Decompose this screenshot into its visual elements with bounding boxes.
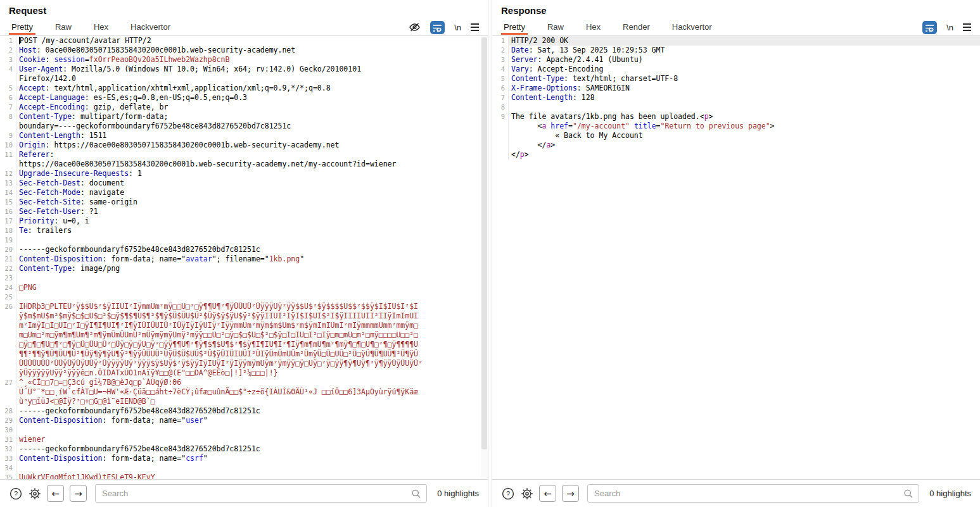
editor-line: 6Accept-Language: es-ES,es;q=0.8,en-US;q… (0, 93, 488, 103)
response-search-input[interactable] (594, 489, 903, 498)
line-content: Te: trailers (16, 226, 488, 235)
editor-line: 11Referer: (0, 150, 488, 160)
line-content (16, 235, 488, 245)
editor-line: 4User-Agent: Mozilla/5.0 (Windows NT 10.… (0, 65, 488, 74)
line-number (0, 122, 16, 131)
line-content: Accept-Encoding: gzip, deflate, br (16, 103, 488, 112)
request-search-input[interactable] (102, 489, 411, 498)
request-scrollbar-thumb[interactable] (481, 37, 487, 449)
tab-render[interactable]: Render (620, 20, 652, 35)
editor-line: 9The file avatars/1kb.png has been uploa… (492, 112, 980, 122)
line-number: 5 (492, 74, 509, 84)
editor-menu-icon[interactable] (963, 20, 971, 34)
line-number: 14 (0, 188, 16, 197)
line-content: X-Frame-Options: SAMEORIGIN (509, 84, 980, 93)
editor-line: 15Sec-Fetch-Site: same-origin (0, 197, 488, 207)
line-content: ÛÛÛÛUÛÛ²ÛÛÿÛÿÛÿUÛÿ²ÛÿÿÿÿUÿ²ÿÿÿ$ÿ$Uÿ$²ÿ$ÿ… (16, 359, 488, 368)
line-number: 8 (492, 103, 509, 112)
word-wrap-icon[interactable] (922, 21, 937, 34)
request-scrollbar[interactable] (481, 36, 488, 479)
editor-line: 9Content-Length: 1511 (0, 131, 488, 141)
line-content (16, 463, 488, 473)
editor-line: 12Upgrade-Insecure-Requests: 1 (0, 169, 488, 178)
search-previous-button[interactable]: ← (539, 485, 556, 502)
tab-raw[interactable]: Raw (545, 20, 566, 35)
word-wrap-icon[interactable] (430, 21, 445, 34)
search-magnifier-icon (411, 489, 421, 499)
editor-line: m²ImÿI□I□UI□²I□ÿI¶I¶UI¶²I¶ÿIÛIÛUIÛ²IÛÿIÿ… (0, 321, 488, 330)
editor-line: ÛÛÛÛUÛÛ²ÛÛÿÛÿÛÿUÛÿ²ÛÿÿÿÿUÿ²ÿÿÿ$ÿ$Uÿ$²ÿ$ÿ… (0, 359, 488, 368)
editor-line: « Back to My Account (492, 131, 980, 141)
show-newlines-icon[interactable]: \n (946, 20, 953, 34)
editor-line: Firefox/142.0 (0, 74, 488, 84)
line-number: 22 (0, 264, 16, 273)
line-content: Content-Type: image/png (16, 264, 488, 273)
line-content: Sec-Fetch-Dest: document (16, 178, 488, 188)
settings-gear-icon[interactable] (520, 487, 533, 500)
request-tabs: PrettyRawHexHackvertor (9, 20, 479, 35)
settings-gear-icon[interactable] (28, 487, 41, 500)
search-previous-button[interactable]: ← (47, 485, 64, 502)
line-content: wiener (16, 435, 488, 444)
tab-hackvertor[interactable]: Hackvertor (670, 20, 715, 35)
editor-line: 3Server: Apache/2.4.41 (Ubuntu) (492, 55, 980, 65)
editor-line: ù³y□ïüJ<□@Îÿ?³□+□G□@ì¨eIEND@B`□ (0, 397, 488, 406)
hide-nonprintable-eye-slash-icon[interactable] (409, 20, 421, 34)
show-newlines-icon[interactable]: \n (454, 20, 461, 34)
editor-line: ¶¶²¶¶ÿ¶Û¶ÛU¶Û²¶Ûÿ¶ÿ¶ÿU¶ÿ²¶ÿÿÛÛUÛ²ÛÿÛ$Û$U… (0, 349, 488, 359)
help-icon[interactable]: ? (501, 487, 514, 500)
line-content: User-Agent: Mozilla/5.0 (Windows NT 10.0… (16, 65, 488, 74)
line-number: 12 (0, 169, 16, 178)
search-next-button[interactable]: → (562, 485, 579, 502)
editor-line: 5Accept: text/html,application/xhtml+xml… (0, 84, 488, 93)
line-number: 19 (0, 235, 16, 245)
editor-line: 33Content-Disposition: form-data; name="… (0, 454, 488, 463)
line-number (0, 160, 16, 169)
request-editor[interactable]: 1POST /my-account/avatar HTTP/22Host: 0a… (0, 35, 488, 479)
tab-hackvertor[interactable]: Hackvertor (128, 20, 173, 35)
line-number: 4 (492, 65, 509, 74)
editor-menu-icon[interactable] (471, 20, 479, 34)
request-editor-rows: 1POST /my-account/avatar HTTP/22Host: 0a… (0, 36, 488, 479)
editor-line: 5Content-Type: text/html; charset=UTF-8 (492, 74, 980, 84)
line-content: Sec-Fetch-Mode: navigate (16, 188, 488, 197)
line-content: Content-Disposition: form-data; name="cs… (16, 454, 488, 463)
line-number: 8 (0, 112, 16, 122)
tab-hex[interactable]: Hex (583, 20, 603, 35)
line-content: Cookie: session=fxOrrPeaoBQv2Oa5ILhweb2W… (16, 55, 488, 65)
response-search-box (587, 484, 919, 503)
line-number: 30 (0, 425, 16, 435)
tab-pretty[interactable]: Pretty (9, 20, 35, 35)
line-content: « Back to My Account (509, 131, 980, 141)
search-next-button[interactable]: → (70, 485, 87, 502)
line-number (492, 141, 509, 150)
tab-raw[interactable]: Raw (53, 20, 74, 35)
line-content: IHDRþ3□PLTEU²ÿ$$U$²$ÿIIUI²IÿmmUm²mÿ□□U□²… (16, 302, 488, 311)
line-number: 1 (0, 36, 16, 46)
editor-line: 20------geckoformboundaryf6752be48ce843d… (0, 245, 488, 254)
request-highlights-count: 0 highlights (437, 489, 479, 498)
svg-text:?: ? (13, 490, 17, 498)
line-number (0, 321, 16, 330)
editor-line: 3Cookie: session=fxOrrPeaoBQv2Oa5ILhweb2… (0, 55, 488, 65)
editor-line: 7Accept-Encoding: gzip, deflate, br (0, 103, 488, 112)
line-content: <a href="/my-account" title="Return to p… (509, 122, 980, 131)
editor-line: 24□PNG (0, 283, 488, 292)
tab-hex[interactable]: Hex (91, 20, 111, 35)
line-number: 9 (0, 131, 16, 141)
response-editor[interactable]: 1HTTP/2 200 OK2Date: Sat, 13 Sep 2025 10… (492, 35, 980, 479)
line-content: boundary=----geckoformboundaryf6752be48c… (16, 122, 488, 131)
line-number: 24 (0, 283, 16, 292)
line-content: Accept: text/html,application/xhtml+xml,… (16, 84, 488, 93)
line-content: Content-Disposition: form-data; name="us… (16, 416, 488, 425)
line-number: 25 (0, 292, 16, 302)
request-toolbar: \n (409, 20, 479, 34)
line-number: 32 (0, 444, 16, 454)
tab-pretty[interactable]: Pretty (501, 20, 528, 35)
editor-line: 29Content-Disposition: form-data; name="… (0, 416, 488, 425)
line-content: ÿÛÿÿÿÿÿUÿÿ²ÿÿÿê□n.ÔIDATxÚO1nAïÿ¥□□@(E"□□… (16, 368, 488, 378)
response-toolbar: \n (922, 20, 971, 34)
line-number (492, 122, 509, 131)
help-icon[interactable]: ? (9, 487, 22, 500)
response-tabs: PrettyRawHexRenderHackvertor \n (501, 20, 971, 35)
